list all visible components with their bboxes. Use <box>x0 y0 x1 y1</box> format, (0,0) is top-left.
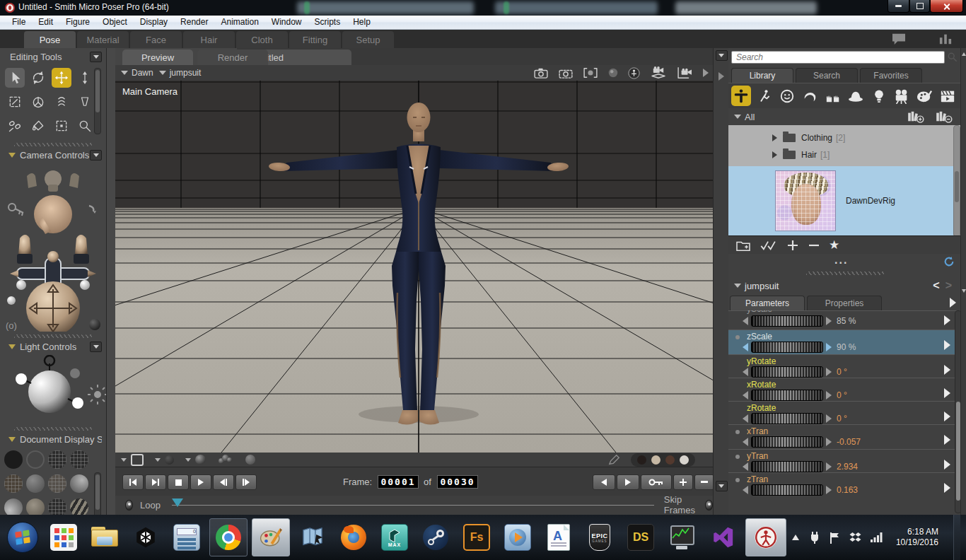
search-icon[interactable] <box>948 52 958 62</box>
props-category-icon[interactable] <box>846 86 866 106</box>
parameters-overflow-arrow[interactable] <box>950 298 956 308</box>
menu-file[interactable]: File <box>6 16 32 29</box>
camera-controls-widget[interactable]: (o) <box>0 163 106 332</box>
edit-pencil-icon[interactable] <box>607 454 622 465</box>
camera-dolly-icon[interactable] <box>649 66 668 79</box>
comment-icon[interactable] <box>891 33 907 45</box>
display-style-flat-shaded[interactable] <box>26 474 45 493</box>
rotate-tool[interactable] <box>28 68 48 88</box>
library-scrollbar[interactable] <box>953 125 960 235</box>
camera-controls-menu-button[interactable] <box>90 150 102 161</box>
camera-dolly-sphere[interactable] <box>80 280 90 290</box>
taskbar-resource-monitor-icon[interactable] <box>663 519 700 556</box>
start-button[interactable] <box>4 519 41 556</box>
translate-in-out-tool[interactable] <box>75 68 95 88</box>
display-style-flat-lined[interactable] <box>26 498 45 515</box>
parameter-options-arrow[interactable] <box>944 340 950 350</box>
trackball-icon[interactable] <box>628 67 640 79</box>
camera-select-sphere[interactable] <box>89 319 100 330</box>
taskbar-poser-icon[interactable] <box>745 518 786 556</box>
preview-pane-menu-button[interactable] <box>716 50 728 61</box>
tab-library[interactable]: Library <box>731 68 793 83</box>
taper-tool[interactable] <box>75 92 95 112</box>
show-hidden-icons[interactable] <box>791 534 800 541</box>
snapshot-camera-icon[interactable] <box>533 67 549 78</box>
more-tabs-arrow-icon[interactable] <box>718 72 724 81</box>
light-indicator[interactable] <box>16 373 27 385</box>
dial-increase[interactable] <box>826 486 832 494</box>
loop-toggle[interactable] <box>125 500 133 511</box>
library-more-handle[interactable]: ... <box>834 254 848 267</box>
bg-color-black[interactable] <box>637 455 646 465</box>
actor-menu-dropdown-icon[interactable] <box>734 284 741 288</box>
menu-edit[interactable]: Edit <box>32 16 59 29</box>
dial-decrease[interactable] <box>743 368 748 376</box>
poses-category-icon[interactable] <box>754 86 774 106</box>
dial-increase[interactable] <box>826 317 832 325</box>
tab-properties[interactable]: Properties <box>807 296 882 310</box>
taskbar-clock[interactable]: 6:18 AM 10/19/2016 <box>896 527 938 548</box>
favorite-star-icon[interactable]: ★ <box>829 238 839 252</box>
create-light-icon[interactable] <box>88 385 106 404</box>
taskbar-app-launcher-icon[interactable] <box>45 519 82 556</box>
network-signal-icon[interactable] <box>871 532 883 542</box>
camera-dolly-sphere[interactable] <box>7 296 16 305</box>
last-frame-button[interactable] <box>145 474 166 490</box>
parameter-options-arrow[interactable] <box>944 315 950 325</box>
expand-arrow-icon[interactable] <box>772 151 777 158</box>
skip-frames-toggle[interactable] <box>705 500 713 511</box>
tab-search[interactable]: Search <box>796 68 858 83</box>
bg-color-brown[interactable] <box>665 455 675 465</box>
tree-item-hair[interactable]: Hair [1] <box>728 146 953 163</box>
taskbar-epic-games-icon[interactable]: EPICGAMES <box>581 519 618 556</box>
parameter-dial[interactable] <box>751 436 823 448</box>
texture-style-dropdown-icon[interactable] <box>185 458 191 462</box>
tab-parameters[interactable]: Parameters <box>730 296 805 310</box>
add-keyframe-button[interactable] <box>673 474 693 490</box>
taskbar-chrome-icon[interactable] <box>209 518 248 556</box>
minimize-button[interactable] <box>888 0 909 13</box>
scenes-category-icon[interactable] <box>938 86 958 106</box>
key-camera-icon[interactable] <box>8 204 23 216</box>
parameter-row-xrotate[interactable]: xRotate 0 ° <box>728 378 960 401</box>
dial-decrease[interactable] <box>743 486 748 494</box>
outline-style-icon[interactable] <box>131 454 144 466</box>
parameter-options-arrow[interactable] <box>944 460 950 469</box>
dial-increase[interactable] <box>826 438 832 446</box>
add-library-icon[interactable] <box>907 110 925 123</box>
taskbar-daz-studio-icon[interactable]: DS <box>622 519 659 556</box>
timeline-scrubber[interactable] <box>172 505 654 506</box>
parameter-options-arrow[interactable] <box>944 365 950 375</box>
display-style-smooth-lined[interactable] <box>4 498 23 515</box>
editing-tools-menu-button[interactable] <box>90 52 102 62</box>
room-tab-face[interactable]: Face <box>130 31 182 48</box>
light-controls-collapse-icon[interactable] <box>8 344 16 349</box>
parameters-actor-name[interactable]: jumpsuit <box>745 281 779 291</box>
twist-tool[interactable] <box>28 92 48 112</box>
display-style-hidden-line[interactable] <box>70 450 88 469</box>
color-tool[interactable] <box>28 116 48 136</box>
face-camera-head[interactable] <box>34 195 72 233</box>
bg-color-light[interactable] <box>680 455 689 465</box>
parameter-dial[interactable] <box>751 413 823 424</box>
light-controls-menu-button[interactable] <box>90 342 102 352</box>
figures-category-icon[interactable] <box>731 86 751 106</box>
step-forward-button[interactable] <box>235 474 257 490</box>
grouping-tool[interactable] <box>52 116 71 136</box>
parameter-row-xtran[interactable]: xTran -0.057 <box>728 424 960 449</box>
room-tab-hair[interactable]: Hair <box>183 31 235 48</box>
editing-tools-scrollbar[interactable] <box>94 68 101 134</box>
document-display-scrollbar[interactable] <box>94 472 101 515</box>
library-item-dawndevrig[interactable]: DawnDevRig <box>728 166 953 235</box>
search-input[interactable] <box>731 51 945 64</box>
display-style-lit-wireframe[interactable] <box>4 474 23 493</box>
menu-animation[interactable]: Animation <box>214 16 264 29</box>
frame-current-field[interactable]: 00001 <box>378 475 419 489</box>
room-tab-pose[interactable]: Pose <box>24 31 76 48</box>
power-plug-icon[interactable] <box>809 531 820 544</box>
remove-item-icon[interactable] <box>808 239 820 252</box>
dial-decrease[interactable] <box>743 462 748 471</box>
parameter-options-arrow[interactable] <box>944 435 950 445</box>
frame-total-field[interactable]: 00030 <box>437 475 478 489</box>
bg-color-tan[interactable] <box>651 455 661 465</box>
